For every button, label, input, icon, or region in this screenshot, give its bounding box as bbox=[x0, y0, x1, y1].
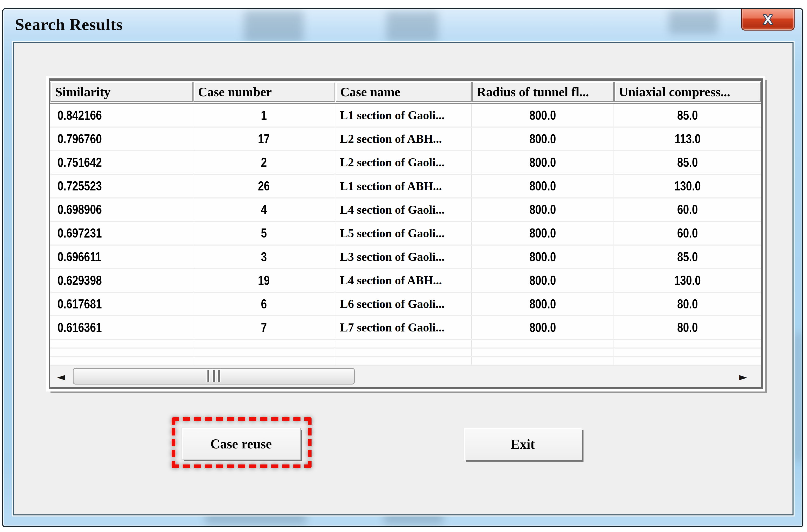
table-header-row: SimilarityCase numberCase nameRadius of … bbox=[50, 81, 761, 104]
table-row bbox=[50, 340, 761, 348]
column-header-case_name[interactable]: Case name bbox=[336, 82, 472, 102]
cell-case_name: L2 section of ABH... bbox=[335, 128, 472, 150]
table-row bbox=[50, 348, 761, 357]
cell-case_number: 26 bbox=[193, 175, 335, 197]
cell-similarity: 0.696611 bbox=[50, 246, 193, 268]
cell-radius: 800.0 bbox=[472, 246, 614, 268]
cell-ucs: 130.0 bbox=[614, 175, 761, 197]
cell-ucs bbox=[614, 348, 761, 356]
cell-case_number: 19 bbox=[193, 269, 335, 292]
cell-case_number: 1 bbox=[193, 104, 335, 127]
cell-case_number bbox=[193, 357, 335, 365]
table-row[interactable]: 0.62939819L4 section of ABH...800.0130.0 bbox=[50, 269, 761, 293]
cell-radius: 800.0 bbox=[472, 175, 614, 197]
glass-reflection bbox=[669, 11, 718, 34]
cell-case_name bbox=[335, 357, 472, 365]
results-table-frame: SimilarityCase numberCase nameRadius of … bbox=[46, 76, 765, 392]
cell-case_number: 3 bbox=[193, 246, 335, 268]
cell-similarity: 0.629398 bbox=[50, 269, 193, 292]
horizontal-scrollbar[interactable]: ◄ ► bbox=[50, 366, 761, 387]
column-header-radius[interactable]: Radius of tunnel fl... bbox=[472, 82, 614, 102]
cell-similarity: 0.616361 bbox=[50, 316, 193, 339]
cell-case_name bbox=[335, 340, 472, 347]
cell-similarity: 0.725523 bbox=[50, 175, 193, 197]
cell-radius: 800.0 bbox=[472, 222, 614, 245]
cell-case_name: L5 section of Gaoli... bbox=[335, 222, 472, 245]
glass-reflection bbox=[244, 11, 304, 42]
table-row[interactable]: 0.7516422L2 section of Gaoli...800.085.0 bbox=[50, 151, 761, 175]
close-icon: X bbox=[763, 12, 773, 27]
cell-ucs: 60.0 bbox=[614, 222, 761, 245]
search-results-dialog: Search Results X SimilarityCase numberCa… bbox=[2, 8, 803, 527]
cell-case_name: L4 section of Gaoli... bbox=[335, 198, 472, 221]
cell-case_name bbox=[335, 348, 472, 356]
cell-case_name: L3 section of Gaoli... bbox=[335, 246, 472, 268]
dialog-client-area: SimilarityCase numberCase nameRadius of … bbox=[13, 42, 793, 515]
close-button[interactable]: X bbox=[741, 9, 794, 31]
cell-ucs: 130.0 bbox=[614, 269, 761, 292]
cell-ucs bbox=[614, 340, 761, 347]
table-row[interactable]: 0.6989064L4 section of Gaoli...800.060.0 bbox=[50, 198, 761, 222]
results-table: SimilarityCase numberCase nameRadius of … bbox=[49, 78, 763, 389]
scrollbar-grip-icon bbox=[213, 370, 215, 382]
cell-ucs: 80.0 bbox=[614, 293, 761, 315]
table-row[interactable]: 0.6176816L6 section of Gaoli...800.080.0 bbox=[50, 293, 761, 316]
cell-ucs: 85.0 bbox=[614, 104, 761, 127]
table-row bbox=[50, 357, 761, 366]
cell-case_name: L7 section of Gaoli... bbox=[335, 316, 472, 339]
window-title: Search Results bbox=[15, 15, 123, 34]
cell-case_name: L2 section of Gaoli... bbox=[335, 151, 472, 174]
cell-case_name: L1 section of Gaoli... bbox=[335, 104, 472, 127]
glass-reflection bbox=[386, 12, 438, 42]
cell-case_number: 7 bbox=[193, 316, 335, 339]
cell-case_number: 17 bbox=[193, 128, 335, 150]
column-header-ucs[interactable]: Uniaxial compress... bbox=[614, 82, 761, 102]
cell-similarity bbox=[50, 340, 193, 347]
exit-button[interactable]: Exit bbox=[463, 428, 582, 460]
cell-radius bbox=[472, 340, 614, 347]
cell-similarity: 0.796760 bbox=[50, 128, 193, 150]
cell-case_number: 6 bbox=[193, 293, 335, 315]
cell-radius: 800.0 bbox=[472, 104, 614, 127]
cell-radius: 800.0 bbox=[472, 198, 614, 221]
cell-radius: 800.0 bbox=[472, 151, 614, 174]
scrollbar-grip-icon bbox=[218, 370, 220, 382]
cell-similarity: 0.697231 bbox=[50, 222, 193, 245]
column-header-similarity[interactable]: Similarity bbox=[51, 82, 193, 102]
screenshot-root: Search Results X SimilarityCase numberCa… bbox=[0, 0, 807, 532]
cell-case_name: L4 section of ABH... bbox=[335, 269, 472, 292]
scrollbar-right-arrow-icon[interactable]: ► bbox=[739, 372, 747, 382]
table-row[interactable]: 0.79676017L2 section of ABH...800.0113.0 bbox=[50, 128, 761, 151]
cell-radius: 800.0 bbox=[472, 293, 614, 315]
cell-case_number: 4 bbox=[193, 198, 335, 221]
table-row[interactable]: 0.6972315L5 section of Gaoli...800.060.0 bbox=[50, 222, 761, 246]
scrollbar-left-arrow-icon[interactable]: ◄ bbox=[57, 372, 65, 382]
glass-reflection bbox=[794, 332, 801, 462]
scrollbar-grip-icon bbox=[207, 370, 209, 382]
cell-radius bbox=[472, 357, 614, 365]
table-row[interactable]: 0.72552326L1 section of ABH...800.0130.0 bbox=[50, 175, 761, 198]
cell-ucs: 85.0 bbox=[614, 151, 761, 174]
scrollbar-thumb[interactable] bbox=[73, 368, 355, 384]
cell-similarity bbox=[50, 357, 193, 365]
cell-radius: 800.0 bbox=[472, 316, 614, 339]
cell-ucs: 85.0 bbox=[614, 246, 761, 268]
table-row[interactable]: 0.6163617L7 section of Gaoli...800.080.0 bbox=[50, 316, 761, 340]
cell-similarity: 0.617681 bbox=[50, 293, 193, 315]
cell-radius bbox=[472, 348, 614, 356]
case-reuse-button[interactable]: Case reuse bbox=[181, 428, 301, 460]
cell-ucs bbox=[614, 357, 761, 365]
cell-case_number: 2 bbox=[193, 151, 335, 174]
table-body: 0.8421661L1 section of Gaoli...800.085.0… bbox=[50, 104, 761, 366]
column-header-case_number[interactable]: Case number bbox=[194, 82, 335, 102]
cell-ucs: 80.0 bbox=[614, 316, 761, 339]
cell-ucs: 60.0 bbox=[614, 198, 761, 221]
cell-similarity: 0.698906 bbox=[50, 198, 193, 221]
table-row[interactable]: 0.8421661L1 section of Gaoli...800.085.0 bbox=[50, 104, 761, 128]
cell-case_number: 5 bbox=[193, 222, 335, 245]
cell-radius: 800.0 bbox=[472, 269, 614, 292]
cell-case_number bbox=[193, 340, 335, 347]
cell-case_number bbox=[193, 348, 335, 356]
cell-case_name: L1 section of ABH... bbox=[335, 175, 472, 197]
table-row[interactable]: 0.6966113L3 section of Gaoli...800.085.0 bbox=[50, 246, 761, 269]
